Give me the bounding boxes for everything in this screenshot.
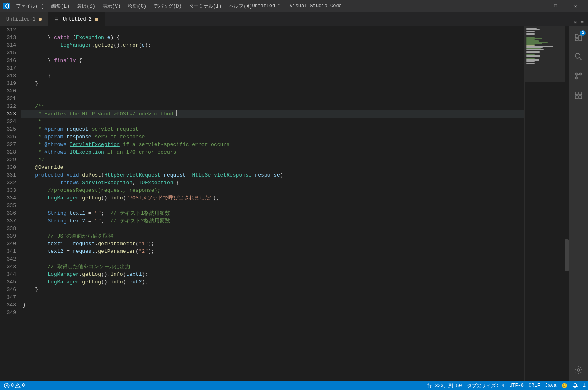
token-method: getLog xyxy=(82,271,101,278)
tab-bar: Untitled-1 ☰ Untitled-2 ⊡ ⋯ xyxy=(0,12,588,26)
token-comment: <code> xyxy=(98,110,117,118)
token-method: getLog xyxy=(82,194,101,202)
activity-search[interactable] xyxy=(569,47,588,66)
minimap-row xyxy=(526,52,540,53)
token-comment: * xyxy=(23,125,45,133)
line-number-340: 340 xyxy=(6,240,16,248)
status-line-ending[interactable]: CRLF xyxy=(526,381,543,390)
line-number-342: 342 xyxy=(6,255,16,263)
status-emoji[interactable]: 🙂 xyxy=(559,381,570,390)
activity-source-control[interactable] xyxy=(569,66,588,86)
token-class-name: HttpServletRequest xyxy=(104,171,160,179)
activity-extensions[interactable] xyxy=(569,86,588,105)
token-plain: ) { xyxy=(110,34,119,41)
tab-untitled2-label: Untitled-2 xyxy=(63,16,92,22)
menu-terminal[interactable]: ターミナル(I) xyxy=(186,2,225,10)
split-editor-icon[interactable]: ⊡ xyxy=(574,18,577,25)
token-method: info xyxy=(110,271,123,278)
minimize-button[interactable]: — xyxy=(526,0,545,12)
minimap-row xyxy=(526,59,539,60)
status-errors[interactable]: 0 0 xyxy=(2,381,27,390)
tab-untitled2[interactable]: ☰ Untitled-2 xyxy=(48,12,105,26)
token-plain: ( xyxy=(101,171,104,179)
token-param: request xyxy=(73,248,95,255)
line-number-312: 312 xyxy=(6,26,16,34)
menu-file[interactable]: ファイル(F) xyxy=(13,2,47,10)
token-plain: ); xyxy=(148,240,154,248)
token-class-name: HttpServletResponse xyxy=(192,171,251,179)
main-area: 3123133143153163173183193203213223233243… xyxy=(0,26,588,381)
activity-bottom xyxy=(569,360,588,381)
status-tab-size[interactable]: タブのサイズ: 4 xyxy=(465,381,507,390)
svg-point-7 xyxy=(576,77,578,79)
line-number-332: 332 xyxy=(6,179,16,187)
status-count[interactable]: 1 xyxy=(580,381,588,390)
line-number-331: 331 xyxy=(6,171,16,179)
code-line-330: @Override xyxy=(21,164,524,171)
line-number-335: 335 xyxy=(6,202,16,209)
token-plain: ; xyxy=(101,217,110,225)
more-actions-icon[interactable]: ⋯ xyxy=(580,17,585,26)
vertical-scrollbar[interactable] xyxy=(565,26,569,381)
token-plain: ); xyxy=(213,194,219,202)
token-str: "1" xyxy=(139,240,148,248)
token-plain: = xyxy=(85,217,95,225)
token-plain xyxy=(66,209,70,217)
status-encoding[interactable]: UTF-8 xyxy=(507,381,526,390)
token-method: doPost xyxy=(82,171,101,179)
menu-debug[interactable]: デバッグ(D) xyxy=(150,2,185,10)
token-plain xyxy=(63,133,66,141)
token-method: error xyxy=(123,41,139,49)
tab-untitled1[interactable]: Untitled-1 xyxy=(0,12,48,26)
code-line-340: text1 = request.getParameter("1"); xyxy=(21,240,524,248)
title-bar: ファイル(F) 編集(E) 選択(S) 表示(V) 移動(G) デバッグ(D) … xyxy=(0,0,588,12)
menu-go[interactable]: 移動(G) xyxy=(125,2,150,10)
svg-point-17 xyxy=(18,387,18,387)
code-line-320 xyxy=(21,87,524,95)
line-number-328: 328 xyxy=(6,148,16,156)
code-line-348: } xyxy=(21,301,524,309)
token-comment: * xyxy=(23,148,45,156)
token-plain: (). xyxy=(101,278,110,286)
status-language[interactable]: Java xyxy=(543,381,559,390)
line-number-318: 318 xyxy=(6,72,16,80)
code-line-324: * xyxy=(21,118,524,125)
status-position[interactable]: 行 323、列 50 xyxy=(425,381,464,390)
activity-bar: 2 xyxy=(569,26,588,381)
code-line-316: } finally { xyxy=(21,57,524,64)
token-plain xyxy=(63,125,66,133)
token-param: text1 xyxy=(70,209,85,217)
line-numbers: 3123133143153163173183193203213223233243… xyxy=(0,26,21,381)
token-plain: } xyxy=(23,80,38,87)
activity-explorer[interactable]: 2 xyxy=(569,28,588,47)
line-number-337: 337 xyxy=(6,217,16,225)
token-plain: . xyxy=(95,240,98,248)
editor-scroll-area[interactable]: 3123133143153163173183193203213223233243… xyxy=(0,26,524,381)
svg-rect-1 xyxy=(579,35,582,41)
svg-line-4 xyxy=(580,58,582,60)
maximize-button[interactable]: □ xyxy=(546,0,565,12)
token-javadoc-tag: @param xyxy=(45,125,64,133)
token-plain: } xyxy=(23,57,54,64)
code-content[interactable]: } catch (Exception e) { LogManager.getLo… xyxy=(21,26,524,381)
code-line-332: throws ServletException, IOException { xyxy=(21,179,524,187)
code-line-343: // 取得した値をコンソールに出力 xyxy=(21,263,524,271)
line-number-330: 330 xyxy=(6,164,16,171)
line-number-315: 315 xyxy=(6,49,16,57)
svg-rect-9 xyxy=(579,92,582,95)
menu-edit[interactable]: 編集(E) xyxy=(48,2,73,10)
scrollbar-thumb[interactable] xyxy=(565,239,569,271)
code-line-349 xyxy=(21,309,524,316)
line-number-347: 347 xyxy=(6,294,16,301)
activity-settings[interactable] xyxy=(569,360,588,380)
code-line-331: protected void doPost(HttpServletRequest… xyxy=(21,171,524,179)
token-plain xyxy=(23,41,60,49)
tab-untitled2-modified xyxy=(95,18,98,21)
close-button[interactable]: ✕ xyxy=(566,0,585,12)
status-bell[interactable] xyxy=(570,381,580,390)
menu-select[interactable]: 選択(S) xyxy=(74,2,99,10)
minimap-row xyxy=(526,39,535,40)
line-number-329: 329 xyxy=(6,156,16,164)
menu-view[interactable]: 表示(V) xyxy=(99,2,124,10)
token-class-name: LogManager xyxy=(47,194,79,202)
